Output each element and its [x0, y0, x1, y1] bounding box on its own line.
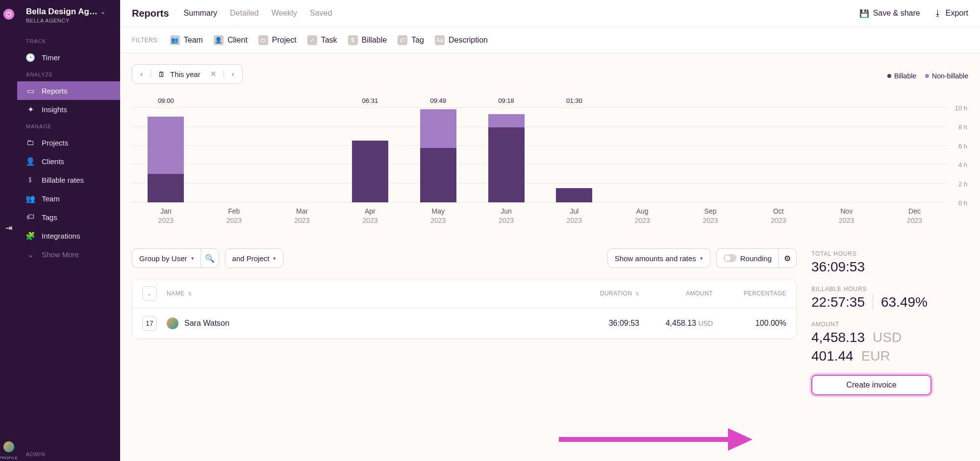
x-tick-label: Apr2023	[336, 207, 404, 226]
person-icon: 👤	[214, 35, 224, 45]
toggle-icon	[724, 254, 736, 262]
filter-description[interactable]: AaDescription	[435, 35, 488, 45]
x-tick-label: Nov2023	[812, 207, 880, 226]
bar[interactable]	[556, 188, 592, 202]
bar-segment-nonbillable	[420, 109, 456, 148]
table-header: ⌄ NAME⇅ DURATION⇅ AMOUNT PERCENTAGE	[132, 279, 796, 308]
bar-segment-nonbillable	[488, 114, 525, 127]
col-name[interactable]: NAME	[167, 290, 185, 297]
bar-value-label: 09:00	[158, 97, 174, 104]
nav-tags[interactable]: 🏷Tags	[17, 208, 120, 226]
team-icon: 👥	[26, 194, 35, 203]
filter-tag[interactable]: 🏷Tag	[398, 35, 424, 45]
x-tick-label: Dec2023	[880, 207, 949, 226]
create-invoice-button[interactable]: Create invoice	[811, 375, 931, 395]
bar-slot: 09:00	[132, 107, 200, 202]
bar-segment-nonbillable	[148, 117, 184, 173]
expand-all-button[interactable]: ⌄	[142, 286, 157, 301]
date-range-picker: ‹ 🗓 This year ✕ ›	[132, 64, 243, 84]
nav-section-track: TRACK	[17, 33, 120, 48]
filter-task[interactable]: ✓Task	[307, 35, 337, 45]
sort-icon: ⇅	[635, 291, 640, 296]
x-tick-label: Aug2023	[608, 207, 677, 226]
bar-segment-billable	[352, 141, 388, 202]
filter-bar: FILTERS: 👥Team 👤Client 🗀Project ✓Task $B…	[120, 27, 980, 53]
rounding-toggle[interactable]: Rounding	[716, 248, 779, 268]
filter-team[interactable]: 👥Team	[170, 35, 203, 45]
clear-date-button[interactable]: ✕	[210, 70, 217, 78]
export-button[interactable]: ⭳Export	[934, 9, 968, 18]
bar-segment-billable	[488, 127, 525, 202]
save-share-button[interactable]: 💾Save & share	[859, 9, 920, 18]
person-icon: 👤	[26, 157, 35, 166]
date-next-button[interactable]: ›	[224, 70, 242, 78]
download-icon: ⭳	[934, 9, 942, 18]
nav-integrations[interactable]: 🧩Integrations	[17, 226, 120, 245]
date-range-value: This year	[170, 70, 201, 78]
y-tick-label: 4 h	[958, 161, 967, 169]
nav-clients[interactable]: 👤Clients	[17, 152, 120, 170]
nav-team[interactable]: 👥Team	[17, 189, 120, 208]
save-icon: 💾	[859, 9, 869, 18]
col-percentage[interactable]: PERCENTAGE	[713, 290, 786, 297]
bar-segment-billable	[420, 148, 456, 202]
profile-label: PROFILE	[0, 456, 18, 460]
gear-icon: ⚙	[784, 254, 791, 263]
table-row[interactable]: 17Sara Watson36:09:534,458.13 USD100.00%	[132, 308, 796, 339]
date-range-button[interactable]: 🗓 This year ✕	[151, 70, 224, 78]
group-by-search[interactable]: 🔍	[201, 248, 219, 268]
gridline: 0 h	[132, 202, 949, 203]
y-tick-label: 8 h	[958, 123, 967, 130]
bar-value-label: 09:18	[498, 97, 514, 104]
tab-detailed[interactable]: Detailed	[230, 9, 259, 18]
y-tick-label: 10 h	[955, 104, 967, 112]
profile-avatar[interactable]	[3, 441, 14, 452]
bar[interactable]	[148, 117, 184, 202]
tab-weekly[interactable]: Weekly	[272, 9, 297, 18]
nav-projects[interactable]: 🗀Projects	[17, 133, 120, 152]
workspace-switcher[interactable]: Bella Design Ag…⌄ BELLA AGENCY	[17, 7, 120, 33]
bar-slot: 06:31	[336, 107, 404, 202]
folder-icon: 🗀	[258, 35, 268, 45]
nav-projects-label: Projects	[42, 139, 68, 147]
nav-timer[interactable]: 🕒 Timer	[17, 48, 120, 67]
bar-segment-billable	[556, 188, 592, 202]
x-tick-label: Sep2023	[677, 207, 745, 226]
collapse-sidebar-icon[interactable]: ⇥	[5, 223, 12, 233]
nav-billable-rates[interactable]: ﹩Billable rates	[17, 170, 120, 189]
and-project-select[interactable]: and Project▾	[225, 248, 284, 268]
app-logo[interactable]	[3, 9, 14, 20]
bar-slot	[744, 107, 812, 202]
rounding-settings[interactable]: ⚙	[778, 248, 797, 268]
chevron-down-icon: ▾	[273, 255, 276, 262]
bar[interactable]	[420, 109, 456, 202]
bar-value-label: 09:49	[430, 97, 446, 104]
nav-timer-label: Timer	[42, 53, 60, 62]
nav-billable-rates-label: Billable rates	[42, 176, 84, 184]
filter-billable[interactable]: $Billable	[348, 35, 387, 45]
col-duration[interactable]: DURATION	[600, 290, 632, 297]
bar-segment-billable	[148, 174, 184, 202]
show-amounts-select[interactable]: Show amounts and rates▾	[607, 248, 710, 268]
y-tick-label: 2 h	[958, 180, 967, 188]
group-by-select[interactable]: Group by User▾	[132, 248, 201, 268]
row-expand-count[interactable]: 17	[142, 316, 157, 331]
x-tick-label: Jun2023	[472, 207, 540, 226]
sort-icon: ⇅	[188, 291, 192, 296]
tab-summary[interactable]: Summary	[184, 9, 217, 18]
nav-show-more[interactable]: ⌄Show More	[17, 245, 120, 264]
nav-insights[interactable]: ✦ Insights	[17, 100, 120, 119]
date-prev-button[interactable]: ‹	[132, 70, 151, 78]
workspace-sub: BELLA AGENCY	[26, 18, 111, 24]
nav-reports-label: Reports	[42, 87, 68, 95]
bar[interactable]	[352, 141, 388, 202]
row-amount: 4,458.13 USD	[639, 319, 713, 328]
col-amount[interactable]: AMOUNT	[639, 290, 713, 297]
filter-client[interactable]: 👤Client	[214, 35, 248, 45]
y-tick-label: 6 h	[958, 142, 967, 149]
tag-icon: 🏷	[398, 35, 407, 45]
tab-saved[interactable]: Saved	[310, 9, 332, 18]
nav-reports[interactable]: ▭ Reports	[17, 81, 120, 100]
bar[interactable]	[488, 114, 525, 202]
filter-project[interactable]: 🗀Project	[258, 35, 297, 45]
